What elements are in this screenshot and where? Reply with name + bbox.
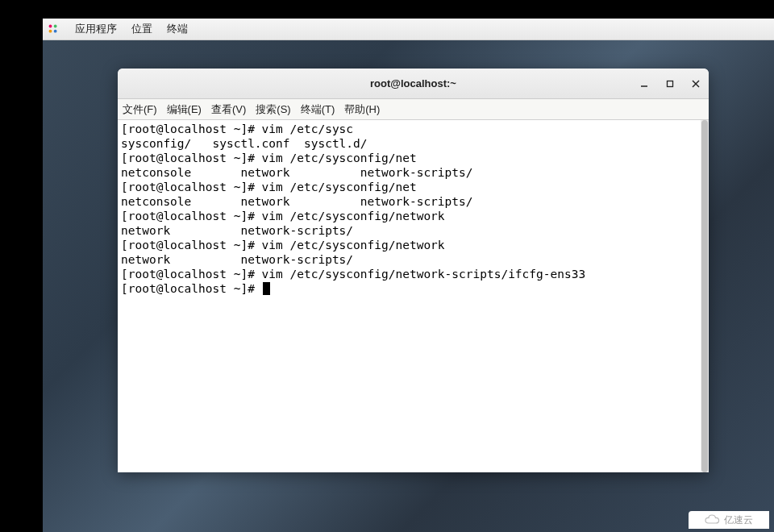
terminal-body[interactable]: [root@localhost ~]# vim /etc/sysc syscon… [118, 120, 709, 472]
outer-black-left [0, 0, 43, 532]
terminal-line: network network-scripts/ [121, 253, 353, 266]
topbar-item-applications[interactable]: 应用程序 [75, 22, 117, 36]
close-button[interactable] [688, 76, 704, 92]
watermark-text: 亿速云 [724, 513, 753, 527]
minimize-button[interactable] [636, 76, 652, 92]
menu-search[interactable]: 搜索(S) [256, 102, 290, 117]
terminal-line: sysconfig/ sysctl.conf sysctl.d/ [121, 137, 368, 150]
svg-rect-5 [668, 81, 673, 86]
scrollbar-thumb[interactable] [701, 120, 708, 472]
menu-terminal[interactable]: 终端(T) [301, 102, 335, 117]
window-title: root@localhost:~ [370, 77, 456, 89]
window-controls [636, 69, 704, 98]
svg-point-1 [54, 25, 57, 28]
titlebar[interactable]: root@localhost:~ [118, 69, 709, 99]
applications-icon [48, 23, 59, 35]
terminal-cursor [263, 282, 270, 295]
terminal-window: root@localhost:~ 文件(F) 编辑(E) 查看(V) 搜索(S)… [118, 69, 709, 472]
watermark: 亿速云 [689, 511, 769, 529]
terminal-line: [root@localhost ~]# vim /etc/sysconfig/n… [121, 152, 417, 164]
terminal-line: [root@localhost ~]# [121, 282, 262, 295]
svg-point-0 [49, 25, 52, 28]
cloud-icon [705, 514, 721, 526]
terminal-line: [root@localhost ~]# vim /etc/sysconfig/n… [121, 268, 585, 281]
close-icon [692, 80, 700, 88]
terminal-line: netconsole network network-scripts/ [121, 166, 473, 179]
terminal-line: [root@localhost ~]# vim /etc/sysconfig/n… [121, 210, 445, 222]
maximize-button[interactable] [662, 76, 678, 92]
terminal-line: [root@localhost ~]# vim /etc/sysc [121, 123, 353, 135]
svg-point-2 [49, 30, 52, 33]
minimize-icon [640, 80, 648, 88]
terminal-scrollbar[interactable] [701, 120, 709, 472]
topbar-item-terminal[interactable]: 终端 [167, 22, 188, 36]
terminal-line: network network-scripts/ [121, 224, 353, 237]
menu-edit[interactable]: 编辑(E) [167, 102, 202, 117]
gnome-topbar: 应用程序 位置 终端 [43, 19, 774, 40]
menubar: 文件(F) 编辑(E) 查看(V) 搜索(S) 终端(T) 帮助(H) [118, 99, 709, 120]
svg-point-3 [54, 30, 57, 33]
terminal-line: [root@localhost ~]# vim /etc/sysconfig/n… [121, 181, 417, 193]
menu-help[interactable]: 帮助(H) [344, 102, 380, 117]
menu-file[interactable]: 文件(F) [123, 102, 157, 117]
outer-black-top [0, 0, 774, 19]
terminal-line: netconsole network network-scripts/ [121, 195, 473, 208]
maximize-icon [666, 80, 674, 88]
topbar-item-places[interactable]: 位置 [131, 22, 152, 36]
menu-view[interactable]: 查看(V) [211, 102, 246, 117]
terminal-line: [root@localhost ~]# vim /etc/sysconfig/n… [121, 239, 445, 251]
